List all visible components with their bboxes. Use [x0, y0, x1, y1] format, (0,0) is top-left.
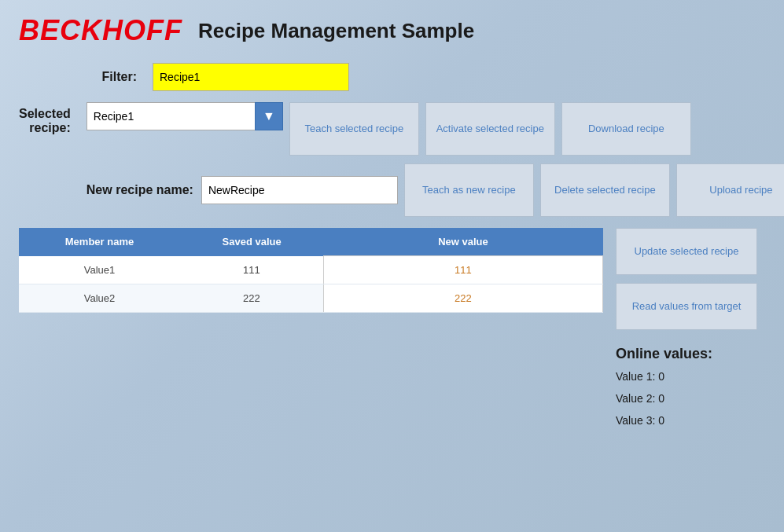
recipe-select-wrapper: Recipe1 ▼ — [86, 102, 283, 130]
filter-label: Filter: — [19, 70, 145, 84]
recipe-dropdown-button[interactable]: ▼ — [255, 102, 283, 130]
right-panel: Update selected recipe Read values from … — [616, 228, 765, 436]
filter-row: Filter: — [19, 63, 765, 91]
teach-selected-button[interactable]: Teach selected recipe — [289, 102, 419, 156]
teach-new-button[interactable]: Teach as new recipe — [404, 163, 534, 217]
new-value-input-2[interactable] — [333, 292, 593, 304]
chevron-down-icon: ▼ — [263, 109, 275, 123]
new-value-input-1[interactable] — [333, 264, 593, 276]
new-recipe-input[interactable] — [201, 176, 398, 204]
activate-selected-button[interactable]: Activate selected recipe — [425, 102, 555, 156]
online-value-2: Value 2: 0 — [616, 392, 765, 405]
col-saved: Saved value — [180, 228, 323, 256]
upload-recipe-button[interactable]: Upload recipe — [676, 163, 784, 217]
selected-recipe-row: Selected recipe: Recipe1 ▼ Teach selecte… — [19, 102, 765, 217]
online-values-section: Online values: Value 1: 0 Value 2: 0 Val… — [616, 346, 765, 436]
data-table: Member name Saved value New value Value1… — [19, 228, 603, 313]
online-values-title: Online values: — [616, 346, 765, 362]
new-value-cell — [323, 284, 602, 313]
filter-input[interactable] — [153, 63, 349, 91]
table-section: Member name Saved value New value Value1… — [19, 228, 603, 436]
saved-value-cell: 111 — [180, 256, 323, 284]
new-recipe-label: New recipe name: — [86, 183, 193, 197]
table-row: Value2 222 — [19, 284, 603, 313]
online-value-3: Value 3: 0 — [616, 414, 765, 427]
main-content: Filter: Selected recipe: Recipe1 ▼ Teach… — [0, 55, 784, 444]
content-area: Member name Saved value New value Value1… — [19, 228, 765, 436]
download-recipe-button[interactable]: Download recipe — [561, 102, 691, 156]
recipe-select-text: Recipe1 — [86, 102, 255, 130]
logo: BECKHOFF — [19, 14, 182, 47]
read-values-button[interactable]: Read values from target — [616, 283, 757, 330]
saved-value-cell: 222 — [180, 284, 323, 313]
online-value-1: Value 1: 0 — [616, 370, 765, 383]
col-member: Member name — [19, 228, 180, 256]
selected-recipe-label: Selected recipe: — [19, 102, 79, 135]
member-name-cell: Value2 — [19, 284, 180, 313]
app-title: Recipe Management Sample — [198, 19, 474, 43]
new-value-cell — [323, 256, 602, 284]
col-new: New value — [323, 228, 602, 256]
delete-selected-button[interactable]: Delete selected recipe — [540, 163, 670, 217]
header: BECKHOFF Recipe Management Sample — [0, 0, 784, 55]
member-name-cell: Value1 — [19, 256, 180, 284]
table-row: Value1 111 — [19, 256, 603, 284]
update-selected-button[interactable]: Update selected recipe — [616, 228, 757, 275]
